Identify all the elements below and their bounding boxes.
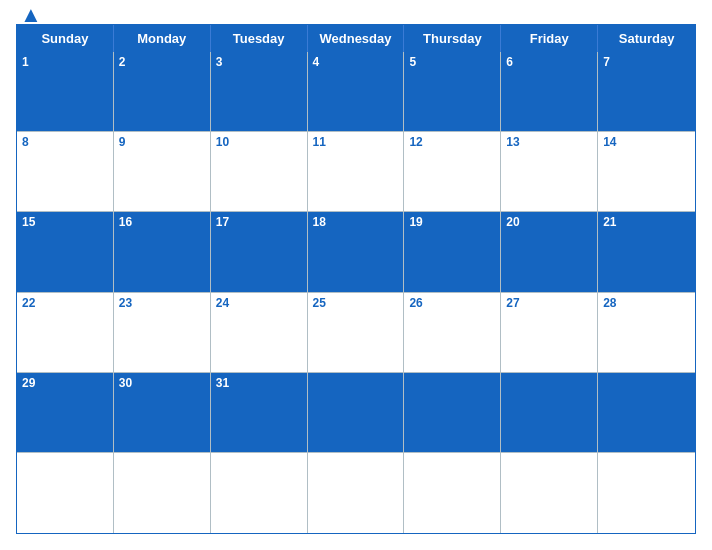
date-cell-3: 3 [211, 52, 308, 132]
date-number: 1 [22, 55, 108, 69]
date-number: 21 [603, 215, 690, 229]
date-cell-4: 4 [308, 52, 405, 132]
date-number: 3 [216, 55, 302, 69]
date-cell-1: 1 [17, 52, 114, 132]
empty-cell [501, 453, 598, 533]
date-cell-2: 2 [114, 52, 211, 132]
date-cell-31: 31 [211, 373, 308, 453]
date-cell-30: 30 [114, 373, 211, 453]
date-number: 18 [313, 215, 399, 229]
empty-cell [308, 373, 405, 453]
date-cell-20: 20 [501, 212, 598, 292]
calendar-header: ▲ [16, 10, 696, 18]
weekday-header-wednesday: Wednesday [308, 25, 405, 52]
weekday-header-row: SundayMondayTuesdayWednesdayThursdayFrid… [17, 25, 695, 52]
date-number: 28 [603, 296, 690, 310]
empty-cell [211, 453, 308, 533]
date-cell-5: 5 [404, 52, 501, 132]
empty-cell [308, 453, 405, 533]
empty-cell [501, 373, 598, 453]
date-number: 16 [119, 215, 205, 229]
date-number: 12 [409, 135, 495, 149]
date-cell-27: 27 [501, 293, 598, 373]
week-row-6 [17, 453, 695, 533]
date-cell-9: 9 [114, 132, 211, 212]
date-number: 29 [22, 376, 108, 390]
date-cell-11: 11 [308, 132, 405, 212]
week-row-3: 15161718192021 [17, 212, 695, 292]
date-cell-8: 8 [17, 132, 114, 212]
date-cell-10: 10 [211, 132, 308, 212]
date-cell-29: 29 [17, 373, 114, 453]
week-row-5: 293031 [17, 373, 695, 453]
date-number: 25 [313, 296, 399, 310]
weekday-header-sunday: Sunday [17, 25, 114, 52]
date-cell-16: 16 [114, 212, 211, 292]
date-cell-12: 12 [404, 132, 501, 212]
logo: ▲ [16, 10, 42, 28]
date-number: 22 [22, 296, 108, 310]
date-cell-21: 21 [598, 212, 695, 292]
date-number: 23 [119, 296, 205, 310]
weekday-header-thursday: Thursday [404, 25, 501, 52]
date-cell-13: 13 [501, 132, 598, 212]
date-cell-14: 14 [598, 132, 695, 212]
date-number: 11 [313, 135, 399, 149]
date-cell-6: 6 [501, 52, 598, 132]
weekday-header-saturday: Saturday [598, 25, 695, 52]
empty-cell [598, 373, 695, 453]
date-cell-17: 17 [211, 212, 308, 292]
date-cell-15: 15 [17, 212, 114, 292]
date-cell-26: 26 [404, 293, 501, 373]
date-number: 14 [603, 135, 690, 149]
date-cell-28: 28 [598, 293, 695, 373]
logo-bird-icon: ▲ [20, 2, 42, 28]
empty-cell [404, 373, 501, 453]
date-number: 10 [216, 135, 302, 149]
date-number: 24 [216, 296, 302, 310]
date-number: 20 [506, 215, 592, 229]
week-row-1: 1234567 [17, 52, 695, 132]
date-cell-23: 23 [114, 293, 211, 373]
date-number: 6 [506, 55, 592, 69]
date-number: 17 [216, 215, 302, 229]
date-cell-25: 25 [308, 293, 405, 373]
date-number: 2 [119, 55, 205, 69]
date-number: 7 [603, 55, 690, 69]
date-cell-22: 22 [17, 293, 114, 373]
date-number: 9 [119, 135, 205, 149]
date-number: 13 [506, 135, 592, 149]
calendar: ▲ SundayMondayTuesdayWednesdayThursdayFr… [0, 0, 712, 550]
empty-cell [598, 453, 695, 533]
calendar-grid: SundayMondayTuesdayWednesdayThursdayFrid… [16, 24, 696, 534]
date-cell-24: 24 [211, 293, 308, 373]
date-number: 30 [119, 376, 205, 390]
date-number: 15 [22, 215, 108, 229]
date-cell-7: 7 [598, 52, 695, 132]
date-number: 4 [313, 55, 399, 69]
week-row-4: 22232425262728 [17, 293, 695, 373]
date-number: 8 [22, 135, 108, 149]
date-number: 26 [409, 296, 495, 310]
empty-cell [114, 453, 211, 533]
date-cell-19: 19 [404, 212, 501, 292]
weekday-header-monday: Monday [114, 25, 211, 52]
weekday-header-friday: Friday [501, 25, 598, 52]
date-number: 5 [409, 55, 495, 69]
empty-cell [17, 453, 114, 533]
date-cell-18: 18 [308, 212, 405, 292]
date-number: 27 [506, 296, 592, 310]
week-row-2: 891011121314 [17, 132, 695, 212]
date-number: 31 [216, 376, 302, 390]
weekday-header-tuesday: Tuesday [211, 25, 308, 52]
date-number: 19 [409, 215, 495, 229]
empty-cell [404, 453, 501, 533]
